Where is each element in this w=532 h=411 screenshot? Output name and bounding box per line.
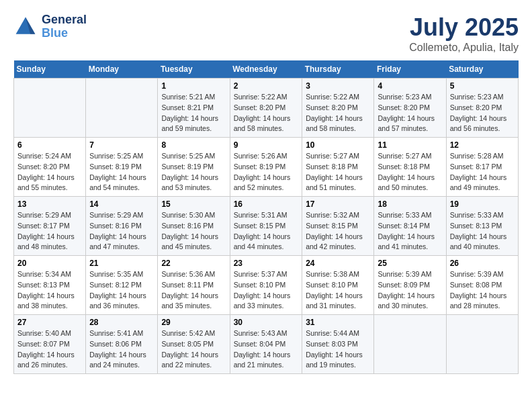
- day-info: Sunrise: 5:21 AMSunset: 8:21 PMDaylight:…: [161, 92, 226, 134]
- calendar-week-2: 6Sunrise: 5:24 AMSunset: 8:20 PMDaylight…: [14, 138, 519, 197]
- table-row: [14, 79, 86, 138]
- day-info: Sunrise: 5:36 AMSunset: 8:11 PMDaylight:…: [161, 269, 226, 312]
- header-wednesday: Wednesday: [230, 60, 302, 79]
- header-saturday: Saturday: [446, 60, 518, 79]
- header-friday: Friday: [374, 60, 446, 79]
- day-number: 6: [17, 140, 82, 150]
- table-row: 19Sunrise: 5:33 AMSunset: 8:13 PMDayligh…: [446, 197, 518, 256]
- day-number: 25: [378, 259, 442, 268]
- table-row: 5Sunrise: 5:23 AMSunset: 8:20 PMDaylight…: [446, 79, 518, 138]
- table-row: 15Sunrise: 5:30 AMSunset: 8:16 PMDayligh…: [158, 197, 230, 256]
- day-number: 5: [450, 81, 515, 91]
- table-row: 6Sunrise: 5:24 AMSunset: 8:20 PMDaylight…: [14, 138, 86, 197]
- calendar-week-4: 20Sunrise: 5:34 AMSunset: 8:13 PMDayligh…: [14, 256, 519, 315]
- day-number: 11: [378, 140, 442, 150]
- table-row: 23Sunrise: 5:37 AMSunset: 8:10 PMDayligh…: [230, 256, 302, 315]
- page-header: General Blue July 2025 Collemeto, Apulia…: [13, 13, 519, 54]
- header-sunday: Sunday: [14, 60, 86, 79]
- day-number: 2: [234, 81, 299, 91]
- table-row: 18Sunrise: 5:33 AMSunset: 8:14 PMDayligh…: [374, 197, 446, 256]
- day-info: Sunrise: 5:32 AMSunset: 8:15 PMDaylight:…: [306, 210, 370, 253]
- day-number: 19: [450, 199, 515, 209]
- table-row: 14Sunrise: 5:29 AMSunset: 8:16 PMDayligh…: [86, 197, 158, 256]
- logo-text: General Blue: [42, 13, 87, 40]
- day-info: Sunrise: 5:38 AMSunset: 8:10 PMDaylight:…: [306, 269, 370, 312]
- table-row: 25Sunrise: 5:39 AMSunset: 8:09 PMDayligh…: [374, 256, 446, 315]
- table-row: 12Sunrise: 5:28 AMSunset: 8:17 PMDayligh…: [446, 138, 518, 197]
- day-info: Sunrise: 5:44 AMSunset: 8:03 PMDaylight:…: [306, 328, 370, 371]
- calendar-week-5: 27Sunrise: 5:40 AMSunset: 8:07 PMDayligh…: [14, 315, 519, 374]
- day-number: 1: [161, 81, 226, 91]
- day-info: Sunrise: 5:33 AMSunset: 8:14 PMDaylight:…: [378, 210, 442, 253]
- logo-icon: [13, 15, 38, 39]
- day-info: Sunrise: 5:43 AMSunset: 8:04 PMDaylight:…: [234, 328, 299, 371]
- header-tuesday: Tuesday: [158, 60, 230, 79]
- day-number: 30: [234, 318, 299, 327]
- table-row: 24Sunrise: 5:38 AMSunset: 8:10 PMDayligh…: [302, 256, 374, 315]
- day-info: Sunrise: 5:22 AMSunset: 8:20 PMDaylight:…: [306, 92, 370, 134]
- table-row: [86, 79, 158, 138]
- table-row: 26Sunrise: 5:39 AMSunset: 8:08 PMDayligh…: [446, 256, 518, 315]
- table-row: 30Sunrise: 5:43 AMSunset: 8:04 PMDayligh…: [230, 315, 302, 374]
- day-number: 9: [234, 140, 299, 150]
- month-title: July 2025: [409, 13, 519, 42]
- day-info: Sunrise: 5:35 AMSunset: 8:12 PMDaylight:…: [89, 269, 154, 312]
- day-number: 29: [161, 318, 226, 327]
- day-info: Sunrise: 5:29 AMSunset: 8:16 PMDaylight:…: [89, 210, 154, 253]
- table-row: 1Sunrise: 5:21 AMSunset: 8:21 PMDaylight…: [158, 79, 230, 138]
- day-info: Sunrise: 5:41 AMSunset: 8:06 PMDaylight:…: [89, 328, 154, 371]
- day-info: Sunrise: 5:24 AMSunset: 8:20 PMDaylight:…: [17, 151, 82, 193]
- day-number: 8: [161, 140, 226, 150]
- table-row: 3Sunrise: 5:22 AMSunset: 8:20 PMDaylight…: [302, 79, 374, 138]
- location-title: Collemeto, Apulia, Italy: [409, 42, 519, 54]
- calendar-week-3: 13Sunrise: 5:29 AMSunset: 8:17 PMDayligh…: [14, 197, 519, 256]
- day-number: 26: [450, 259, 515, 268]
- day-number: 24: [306, 259, 370, 268]
- day-info: Sunrise: 5:25 AMSunset: 8:19 PMDaylight:…: [161, 151, 226, 193]
- day-number: 10: [306, 140, 370, 150]
- day-number: 7: [89, 140, 154, 150]
- table-row: 17Sunrise: 5:32 AMSunset: 8:15 PMDayligh…: [302, 197, 374, 256]
- day-info: Sunrise: 5:27 AMSunset: 8:18 PMDaylight:…: [306, 151, 370, 193]
- day-number: 13: [17, 199, 82, 209]
- header-monday: Monday: [86, 60, 158, 79]
- table-row: [374, 315, 446, 374]
- day-info: Sunrise: 5:33 AMSunset: 8:13 PMDaylight:…: [450, 210, 515, 253]
- table-row: 4Sunrise: 5:23 AMSunset: 8:20 PMDaylight…: [374, 79, 446, 138]
- day-info: Sunrise: 5:42 AMSunset: 8:05 PMDaylight:…: [161, 328, 226, 371]
- table-row: 8Sunrise: 5:25 AMSunset: 8:19 PMDaylight…: [158, 138, 230, 197]
- day-info: Sunrise: 5:22 AMSunset: 8:20 PMDaylight:…: [234, 92, 299, 134]
- table-row: 27Sunrise: 5:40 AMSunset: 8:07 PMDayligh…: [14, 315, 86, 374]
- day-info: Sunrise: 5:26 AMSunset: 8:19 PMDaylight:…: [234, 151, 299, 193]
- table-row: 21Sunrise: 5:35 AMSunset: 8:12 PMDayligh…: [86, 256, 158, 315]
- calendar-table: Sunday Monday Tuesday Wednesday Thursday…: [13, 60, 519, 374]
- day-info: Sunrise: 5:34 AMSunset: 8:13 PMDaylight:…: [17, 269, 82, 312]
- day-info: Sunrise: 5:37 AMSunset: 8:10 PMDaylight:…: [234, 269, 299, 312]
- day-info: Sunrise: 5:31 AMSunset: 8:15 PMDaylight:…: [234, 210, 299, 253]
- day-info: Sunrise: 5:40 AMSunset: 8:07 PMDaylight:…: [17, 328, 82, 371]
- day-info: Sunrise: 5:39 AMSunset: 8:09 PMDaylight:…: [378, 269, 442, 312]
- day-info: Sunrise: 5:29 AMSunset: 8:17 PMDaylight:…: [17, 210, 82, 253]
- day-number: 12: [450, 140, 515, 150]
- table-row: 2Sunrise: 5:22 AMSunset: 8:20 PMDaylight…: [230, 79, 302, 138]
- day-number: 23: [234, 259, 299, 268]
- day-info: Sunrise: 5:28 AMSunset: 8:17 PMDaylight:…: [450, 151, 515, 193]
- table-row: 11Sunrise: 5:27 AMSunset: 8:18 PMDayligh…: [374, 138, 446, 197]
- day-number: 22: [161, 259, 226, 268]
- day-info: Sunrise: 5:30 AMSunset: 8:16 PMDaylight:…: [161, 210, 226, 253]
- day-info: Sunrise: 5:25 AMSunset: 8:19 PMDaylight:…: [89, 151, 154, 193]
- day-number: 15: [161, 199, 226, 209]
- table-row: 13Sunrise: 5:29 AMSunset: 8:17 PMDayligh…: [14, 197, 86, 256]
- header-thursday: Thursday: [302, 60, 374, 79]
- day-number: 31: [306, 318, 370, 327]
- day-number: 28: [89, 318, 154, 327]
- title-block: July 2025 Collemeto, Apulia, Italy: [409, 13, 519, 54]
- day-number: 27: [17, 318, 82, 327]
- table-row: 29Sunrise: 5:42 AMSunset: 8:05 PMDayligh…: [158, 315, 230, 374]
- table-row: 20Sunrise: 5:34 AMSunset: 8:13 PMDayligh…: [14, 256, 86, 315]
- day-info: Sunrise: 5:39 AMSunset: 8:08 PMDaylight:…: [450, 269, 515, 312]
- table-row: 28Sunrise: 5:41 AMSunset: 8:06 PMDayligh…: [86, 315, 158, 374]
- table-row: 22Sunrise: 5:36 AMSunset: 8:11 PMDayligh…: [158, 256, 230, 315]
- table-row: 7Sunrise: 5:25 AMSunset: 8:19 PMDaylight…: [86, 138, 158, 197]
- day-number: 17: [306, 199, 370, 209]
